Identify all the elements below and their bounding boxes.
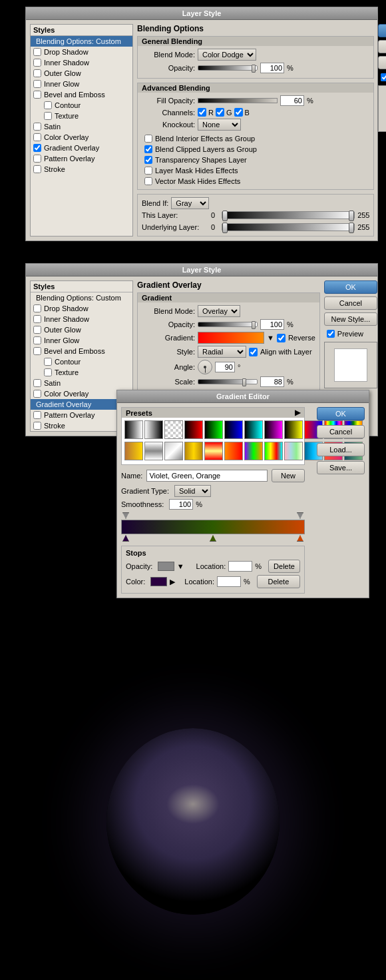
d2-reverse-checkbox[interactable] [277, 334, 286, 342]
opacity-slider[interactable] [198, 65, 258, 71]
gradient-bar[interactable] [121, 520, 305, 534]
dialog2-preview-checkbox[interactable] [327, 330, 335, 338]
gradient-type-select[interactable]: Solid Noise [174, 485, 211, 497]
styles-item-color-overlay[interactable]: Color Overlay [31, 132, 132, 143]
stop-opacity-dropdown[interactable]: ▼ [177, 562, 184, 570]
blend-if-select[interactable]: Gray Red Green Blue [171, 197, 209, 209]
delete-color-stop-button[interactable]: Delete [257, 575, 300, 588]
styles-item-inner-glow[interactable]: Inner Glow [31, 79, 132, 89]
dialog3-load-button[interactable]: Load... [317, 443, 365, 456]
color-stop-right[interactable] [297, 535, 303, 542]
d2-opacity-thumb[interactable] [252, 321, 256, 329]
styles-item-gradient-overlay[interactable]: Gradient Overlay [31, 143, 132, 153]
d2-gradient-swatch[interactable] [198, 332, 264, 344]
d2-styles-item-outer-glow[interactable]: Outer Glow [31, 324, 132, 335]
channel-b-checkbox[interactable] [234, 108, 243, 117]
knockout-select[interactable]: None Shallow Deep [198, 119, 241, 131]
styles-item-contour[interactable]: Contour [31, 100, 132, 111]
styles-item-satin[interactable]: Satin [31, 121, 132, 132]
d2-styles-item-drop-shadow[interactable]: Drop Shadow [31, 303, 132, 314]
preset-swatch-15[interactable] [164, 442, 183, 460]
d2-scale-input[interactable] [260, 376, 284, 387]
channel-g-checkbox[interactable] [216, 108, 224, 117]
blend-clipped-row[interactable]: Blend Clipped Layers as Group [142, 144, 369, 155]
dialog3-cancel-button[interactable]: Cancel [317, 425, 365, 438]
new-gradient-button[interactable]: New [272, 469, 305, 482]
preset-swatch-2[interactable] [144, 420, 163, 439]
d2-style-select[interactable]: Radial Linear Angle Reflected Diamond [198, 346, 246, 358]
gradient-name-input[interactable] [146, 470, 268, 482]
dialog1-ok-button[interactable]: OK [378, 24, 386, 37]
preset-swatch-21[interactable] [284, 442, 303, 460]
d2-blend-mode-select[interactable]: Overlay Normal Multiply [198, 305, 240, 317]
stop-opacity-location-input[interactable] [228, 561, 252, 572]
styles-item-inner-shadow[interactable]: Inner Shadow [31, 57, 132, 68]
preset-swatch-20[interactable] [264, 442, 283, 460]
opacity-input[interactable] [260, 63, 284, 73]
presets-expand-icon[interactable]: ▶ [295, 408, 300, 417]
preset-swatch-6[interactable] [224, 420, 243, 439]
preset-swatch-13[interactable] [124, 442, 143, 460]
dialog2-cancel-button[interactable]: Cancel [324, 296, 377, 310]
preset-swatch-5[interactable] [204, 420, 223, 439]
preset-swatch-4[interactable] [184, 420, 203, 439]
stop-color-swatch[interactable] [150, 577, 167, 586]
underlying-thumb-left[interactable] [222, 223, 228, 233]
color-stop-mid[interactable] [210, 535, 216, 542]
styles-item-texture[interactable]: Texture [31, 111, 132, 121]
d2-scale-slider[interactable] [198, 379, 258, 384]
preset-swatch-1[interactable] [124, 420, 143, 439]
dialog1-preview-checkbox[interactable] [381, 73, 386, 81]
styles-item-blending-custom[interactable]: Blending Options: Custom [31, 36, 132, 47]
d2-styles-item-texture[interactable]: Texture [31, 367, 132, 378]
preset-swatch-17[interactable] [204, 442, 223, 460]
preset-swatch-9[interactable] [284, 420, 303, 439]
blend-mode-select[interactable]: Color Dodge Normal Multiply Overlay [198, 49, 256, 61]
styles-item-pattern-overlay[interactable]: Pattern Overlay [31, 153, 132, 164]
vector-mask-hides-row[interactable]: Vector Mask Hides Effects [142, 176, 369, 187]
layer-mask-hides-row[interactable]: Layer Mask Hides Effects [142, 165, 369, 176]
fill-opacity-slider[interactable] [198, 98, 278, 103]
preset-swatch-8[interactable] [264, 420, 283, 439]
d2-angle-input[interactable] [215, 362, 235, 372]
stop-color-dropdown[interactable]: ▶ [170, 578, 175, 586]
preset-swatch-14[interactable] [144, 442, 163, 460]
opacity-stop-left[interactable] [122, 512, 129, 519]
opacity-stop-right[interactable] [297, 512, 303, 519]
dialog1-cancel-button[interactable]: Cancel [378, 40, 386, 53]
blend-interior-row[interactable]: Blend Interior Effects as Group [142, 133, 369, 144]
underlying-thumb-right[interactable] [349, 223, 354, 233]
this-layer-slider[interactable] [222, 211, 355, 219]
d2-styles-item-inner-shadow[interactable]: Inner Shadow [31, 314, 132, 324]
d2-opacity-input[interactable] [260, 319, 284, 330]
d2-styles-item-bevel-emboss[interactable]: Bevel and Emboss [31, 346, 132, 356]
preset-swatch-18[interactable] [224, 442, 243, 460]
preset-swatch-7[interactable] [244, 420, 263, 439]
angle-dial[interactable] [198, 360, 212, 374]
this-layer-thumb-left[interactable] [222, 211, 228, 221]
dialog1-new-style-button[interactable]: New Style... [378, 56, 386, 69]
d2-scale-thumb[interactable] [242, 378, 246, 386]
d2-styles-item-inner-glow[interactable]: Inner Glow [31, 335, 132, 346]
preset-swatch-19[interactable] [244, 442, 263, 460]
d2-opacity-slider[interactable] [198, 322, 258, 327]
color-stop-left[interactable] [122, 535, 129, 542]
opacity-thumb[interactable] [252, 65, 256, 73]
d2-align-checkbox[interactable] [249, 348, 258, 356]
channel-r-checkbox[interactable] [198, 108, 206, 117]
styles-item-bevel-emboss[interactable]: Bevel and Emboss [31, 89, 132, 100]
d2-styles-item-blending-custom[interactable]: Blending Options: Custom [31, 292, 132, 303]
this-layer-thumb-right[interactable] [349, 211, 354, 221]
d2-styles-item-contour[interactable]: Contour [31, 356, 132, 367]
styles-item-outer-glow[interactable]: Outer Glow [31, 68, 132, 79]
stop-color-location-input[interactable] [217, 576, 241, 587]
transparency-shapes-row[interactable]: Transparency Shapes Layer [142, 155, 369, 165]
dialog2-ok-button[interactable]: OK [324, 280, 377, 294]
d2-gradient-dropdown-arrow[interactable]: ▼ [267, 334, 274, 342]
preset-swatch-3[interactable] [164, 420, 183, 439]
underlying-layer-slider[interactable] [222, 223, 355, 231]
dialog3-ok-button[interactable]: OK [317, 407, 365, 420]
dialog2-new-style-button[interactable]: New Style... [324, 312, 377, 326]
styles-item-stroke[interactable]: Stroke [31, 164, 132, 175]
preset-swatch-16[interactable] [184, 442, 203, 460]
